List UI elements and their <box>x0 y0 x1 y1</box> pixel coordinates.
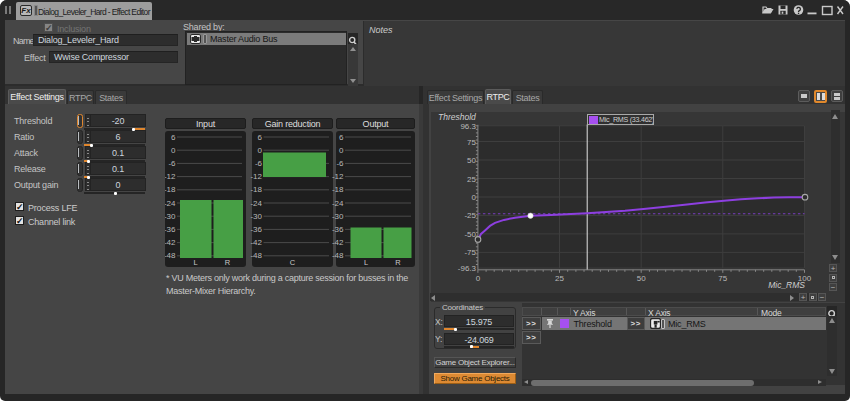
svg-text:L: L <box>193 258 197 267</box>
svg-text:-12: -12 <box>332 172 344 181</box>
svg-text:96.3: 96.3 <box>460 122 476 131</box>
svg-text:-96.3: -96.3 <box>458 264 477 273</box>
svg-text:-30: -30 <box>332 212 344 221</box>
svg-text:-6: -6 <box>168 159 176 168</box>
svg-text:6: 6 <box>339 133 344 142</box>
svg-text:-36: -36 <box>250 225 262 234</box>
svg-text:25: 25 <box>555 274 564 283</box>
svg-text:6: 6 <box>258 133 263 142</box>
svg-text:-30: -30 <box>165 212 176 221</box>
svg-text:0: 0 <box>258 146 263 155</box>
svg-text:-75: -75 <box>464 248 476 257</box>
svg-text:-18: -18 <box>250 185 262 194</box>
svg-text:-42: -42 <box>250 238 262 247</box>
svg-text:6: 6 <box>171 133 176 142</box>
svg-text:-12: -12 <box>165 172 176 181</box>
svg-text:50: 50 <box>637 274 646 283</box>
svg-text:R: R <box>225 258 231 267</box>
svg-text:-18: -18 <box>332 185 344 194</box>
svg-text:-30: -30 <box>250 212 262 221</box>
svg-text:-6: -6 <box>336 159 344 168</box>
svg-text:-48: -48 <box>332 251 344 260</box>
svg-text:-24: -24 <box>332 199 344 208</box>
svg-text:-12: -12 <box>250 172 262 181</box>
svg-text:-25: -25 <box>464 211 476 220</box>
svg-text:-36: -36 <box>332 225 344 234</box>
svg-text:-48: -48 <box>165 251 176 260</box>
svg-text:-6: -6 <box>255 159 263 168</box>
svg-text:-50: -50 <box>464 230 476 239</box>
svg-text:-24: -24 <box>165 199 176 208</box>
svg-text:Mic_RMS: Mic_RMS <box>768 280 805 290</box>
svg-text:-18: -18 <box>165 185 176 194</box>
svg-text:-36: -36 <box>165 225 176 234</box>
svg-text:0: 0 <box>339 146 344 155</box>
svg-text:0: 0 <box>171 146 176 155</box>
svg-text:L: L <box>364 258 368 267</box>
svg-text:-42: -42 <box>165 238 176 247</box>
svg-text:Threshold: Threshold <box>438 112 476 122</box>
svg-text:25: 25 <box>467 175 476 184</box>
svg-text:-48: -48 <box>250 251 262 260</box>
svg-text:0: 0 <box>472 193 477 202</box>
svg-text:-42: -42 <box>332 238 344 247</box>
svg-text:R: R <box>395 258 401 267</box>
svg-text:C: C <box>290 258 296 267</box>
svg-text:0: 0 <box>476 274 481 283</box>
svg-text:-24: -24 <box>250 199 262 208</box>
svg-text:75: 75 <box>718 274 727 283</box>
svg-text:75: 75 <box>467 138 476 147</box>
svg-text:50: 50 <box>467 156 476 165</box>
